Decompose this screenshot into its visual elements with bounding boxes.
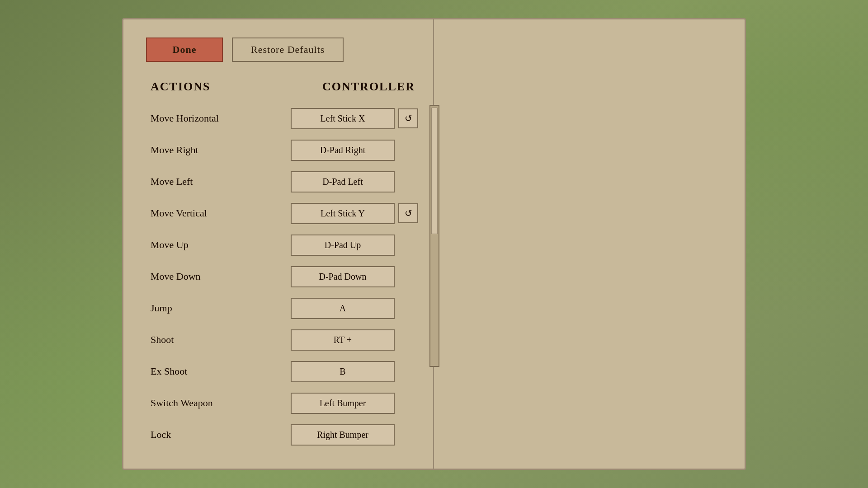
actions-column-header: ACTIONS bbox=[151, 80, 295, 94]
columns-header: ACTIONS CONTROLLER bbox=[146, 80, 722, 94]
binding-button-3[interactable]: Left Stick Y bbox=[291, 203, 395, 224]
binding-row-6: A bbox=[291, 292, 418, 324]
actions-column: Move HorizontalMove RightMove LeftMove V… bbox=[146, 103, 291, 450]
binding-row-1: D-Pad Right bbox=[291, 134, 418, 166]
binding-button-10[interactable]: Right Bumper bbox=[291, 424, 395, 446]
binding-row-10: Right Bumper bbox=[291, 419, 418, 450]
binding-row-4: D-Pad Up bbox=[291, 229, 418, 261]
binding-row-9: Left Bumper bbox=[291, 387, 418, 419]
binding-button-5[interactable]: D-Pad Down bbox=[291, 266, 395, 287]
binding-button-9[interactable]: Left Bumper bbox=[291, 393, 395, 414]
action-label-1: Move Right bbox=[146, 134, 291, 166]
action-label-10: Lock bbox=[146, 419, 291, 450]
action-label-6: Jump bbox=[146, 292, 291, 324]
binding-row-5: D-Pad Down bbox=[291, 261, 418, 292]
panel-content: Done Restore Defaults ACTIONS CONTROLLER… bbox=[146, 38, 722, 450]
binding-row-0: Left Stick X↺ bbox=[291, 103, 418, 134]
action-label-5: Move Down bbox=[146, 261, 291, 292]
action-label-9: Switch Weapon bbox=[146, 387, 291, 419]
action-label-3: Move Vertical bbox=[146, 197, 291, 229]
binding-button-7[interactable]: RT + bbox=[291, 329, 395, 351]
action-label-2: Move Left bbox=[146, 166, 291, 197]
binding-row-7: RT + bbox=[291, 324, 418, 356]
done-button[interactable]: Done bbox=[146, 38, 223, 62]
refresh-button-0[interactable]: ↺ bbox=[398, 108, 418, 128]
bindings-area: Move HorizontalMove RightMove LeftMove V… bbox=[146, 103, 722, 450]
binding-row-3: Left Stick Y↺ bbox=[291, 197, 418, 229]
binding-row-2: D-Pad Left bbox=[291, 166, 418, 197]
action-label-7: Shoot bbox=[146, 324, 291, 356]
controller-column: Left Stick X↺D-Pad RightD-Pad LeftLeft S… bbox=[291, 103, 439, 450]
action-label-4: Move Up bbox=[146, 229, 291, 261]
binding-button-6[interactable]: A bbox=[291, 298, 395, 319]
top-buttons-row: Done Restore Defaults bbox=[146, 38, 722, 62]
refresh-button-3[interactable]: ↺ bbox=[398, 203, 418, 223]
binding-button-2[interactable]: D-Pad Left bbox=[291, 171, 395, 192]
binding-button-8[interactable]: B bbox=[291, 361, 395, 382]
scrollbar-thumb[interactable] bbox=[431, 108, 438, 234]
settings-panel: Done Restore Defaults ACTIONS CONTROLLER… bbox=[122, 18, 746, 470]
bindings-list: Left Stick X↺D-Pad RightD-Pad LeftLeft S… bbox=[291, 103, 418, 450]
action-label-8: Ex Shoot bbox=[146, 356, 291, 387]
binding-button-4[interactable]: D-Pad Up bbox=[291, 235, 395, 256]
scrollbar-track[interactable] bbox=[429, 105, 439, 367]
action-label-0: Move Horizontal bbox=[146, 103, 291, 134]
binding-button-1[interactable]: D-Pad Right bbox=[291, 140, 395, 161]
binding-row-8: B bbox=[291, 356, 418, 387]
binding-button-0[interactable]: Left Stick X bbox=[291, 108, 395, 129]
restore-defaults-button[interactable]: Restore Defaults bbox=[232, 38, 344, 62]
controller-column-header: CONTROLLER bbox=[322, 80, 415, 94]
